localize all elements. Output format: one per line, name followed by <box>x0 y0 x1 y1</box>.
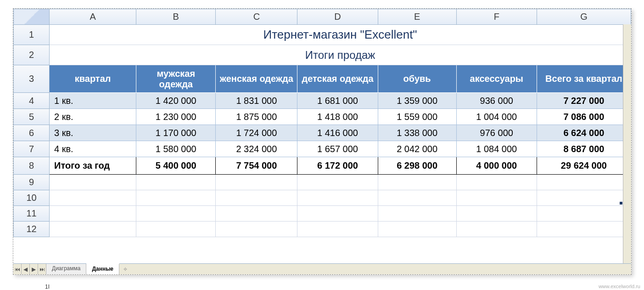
row-header-12[interactable]: 12 <box>14 222 50 237</box>
cell[interactable]: 936 000 <box>456 93 537 109</box>
cell[interactable] <box>50 206 136 222</box>
cell[interactable] <box>456 175 537 190</box>
cell[interactable] <box>378 190 456 206</box>
col-header-B[interactable]: B <box>136 9 216 25</box>
cell[interactable]: 1 875 000 <box>216 109 297 125</box>
col-header-G[interactable]: G <box>537 9 631 25</box>
cell[interactable] <box>216 222 297 237</box>
cell[interactable]: 1 580 000 <box>136 141 216 157</box>
cell[interactable]: 8 687 000 <box>537 141 631 157</box>
cell[interactable] <box>378 206 456 222</box>
hdr-womens[interactable]: женская одежда <box>216 65 297 93</box>
hdr-kids[interactable]: детская одежда <box>297 65 378 93</box>
cell[interactable]: 1 724 000 <box>216 125 297 141</box>
cell[interactable] <box>456 206 537 222</box>
cell[interactable]: 5 400 000 <box>136 157 216 175</box>
cell[interactable] <box>216 206 297 222</box>
vertical-scrollbar[interactable] <box>623 24 631 263</box>
first-sheet-button[interactable]: ⏮ <box>13 264 22 274</box>
cell[interactable]: 6 298 000 <box>378 157 456 175</box>
cell[interactable] <box>297 222 378 237</box>
hdr-total-q[interactable]: Всего за квартал <box>537 65 631 93</box>
cell[interactable] <box>537 190 631 206</box>
cell[interactable] <box>297 175 378 190</box>
tab-data[interactable]: Данные <box>86 263 119 274</box>
cell[interactable]: 1 359 000 <box>378 93 456 109</box>
row-header-1[interactable]: 1 <box>14 25 50 45</box>
cell[interactable] <box>537 222 631 237</box>
title-sub[interactable]: Итоги продаж <box>50 45 631 65</box>
cell[interactable]: 1 084 000 <box>456 141 537 157</box>
cell[interactable] <box>537 175 631 190</box>
cell[interactable] <box>136 206 216 222</box>
cell[interactable]: 976 000 <box>456 125 537 141</box>
cell[interactable]: 1 831 000 <box>216 93 297 109</box>
cell[interactable] <box>378 222 456 237</box>
next-sheet-button[interactable]: ▶ <box>30 264 38 274</box>
prev-sheet-button[interactable]: ◀ <box>22 264 30 274</box>
cell[interactable] <box>297 206 378 222</box>
hdr-quarter[interactable]: квартал <box>50 65 136 93</box>
cell[interactable]: 4 кв. <box>50 141 136 157</box>
title-main[interactable]: Итернет-магазин "Excellent" <box>50 25 631 45</box>
cell[interactable] <box>136 175 216 190</box>
cell[interactable] <box>50 190 136 206</box>
cell[interactable] <box>216 190 297 206</box>
new-sheet-button[interactable]: ✧ <box>119 264 131 274</box>
cell[interactable]: 7 086 000 <box>537 109 631 125</box>
cell[interactable]: 1 681 000 <box>297 93 378 109</box>
cell[interactable]: 6 624 000 <box>537 125 631 141</box>
cell[interactable]: 1 004 000 <box>456 109 537 125</box>
cell[interactable] <box>456 222 537 237</box>
cell[interactable]: 3 кв. <box>50 125 136 141</box>
cell[interactable]: 2 324 000 <box>216 141 297 157</box>
worksheet[interactable]: A B C D E F G 1 Итернет-магазин "Excelle… <box>13 9 631 237</box>
cell[interactable] <box>50 175 136 190</box>
tab-diagram[interactable]: Диаграмма <box>46 264 86 274</box>
cell[interactable] <box>378 175 456 190</box>
row-header-7[interactable]: 7 <box>14 141 50 157</box>
row-header-5[interactable]: 5 <box>14 109 50 125</box>
cell[interactable]: 1 420 000 <box>136 93 216 109</box>
cell[interactable]: 29 624 000 <box>537 157 631 175</box>
row-header-2[interactable]: 2 <box>14 45 50 65</box>
hdr-mens[interactable]: мужская одежда <box>136 65 216 93</box>
cell[interactable]: 1 230 000 <box>136 109 216 125</box>
row-header-11[interactable]: 11 <box>14 206 50 222</box>
row-header-10[interactable]: 10 <box>14 190 50 206</box>
cell[interactable]: 7 227 000 <box>537 93 631 109</box>
cell[interactable]: Итого за год <box>50 157 136 175</box>
row-header-6[interactable]: 6 <box>14 125 50 141</box>
cell[interactable]: 2 кв. <box>50 109 136 125</box>
col-header-C[interactable]: C <box>216 9 297 25</box>
select-all-corner[interactable] <box>14 9 50 25</box>
cell[interactable] <box>136 190 216 206</box>
cell[interactable] <box>456 190 537 206</box>
selection-handle-icon[interactable] <box>620 202 622 205</box>
cell[interactable] <box>50 222 136 237</box>
col-header-D[interactable]: D <box>297 9 378 25</box>
row-header-8[interactable]: 8 <box>14 157 50 175</box>
cell[interactable] <box>216 175 297 190</box>
hdr-accessories[interactable]: аксессуары <box>456 65 537 93</box>
cell[interactable]: 1 559 000 <box>378 109 456 125</box>
cell[interactable]: 1 657 000 <box>297 141 378 157</box>
cell[interactable] <box>297 190 378 206</box>
col-header-E[interactable]: E <box>378 9 456 25</box>
col-header-F[interactable]: F <box>456 9 537 25</box>
row-header-4[interactable]: 4 <box>14 93 50 109</box>
cell[interactable]: 1 170 000 <box>136 125 216 141</box>
row-header-3[interactable]: 3 <box>14 65 50 93</box>
last-sheet-button[interactable]: ⏭ <box>38 264 46 274</box>
horizontal-scrollbar[interactable] <box>150 264 631 274</box>
cell[interactable]: 1 416 000 <box>297 125 378 141</box>
cell[interactable]: 4 000 000 <box>456 157 537 175</box>
hdr-shoes[interactable]: обувь <box>378 65 456 93</box>
row-header-9[interactable]: 9 <box>14 175 50 190</box>
cell[interactable] <box>537 206 631 222</box>
cell[interactable]: 1 кв. <box>50 93 136 109</box>
cell[interactable] <box>136 222 216 237</box>
cell[interactable]: 6 172 000 <box>297 157 378 175</box>
cell[interactable]: 2 042 000 <box>378 141 456 157</box>
cell[interactable]: 7 754 000 <box>216 157 297 175</box>
